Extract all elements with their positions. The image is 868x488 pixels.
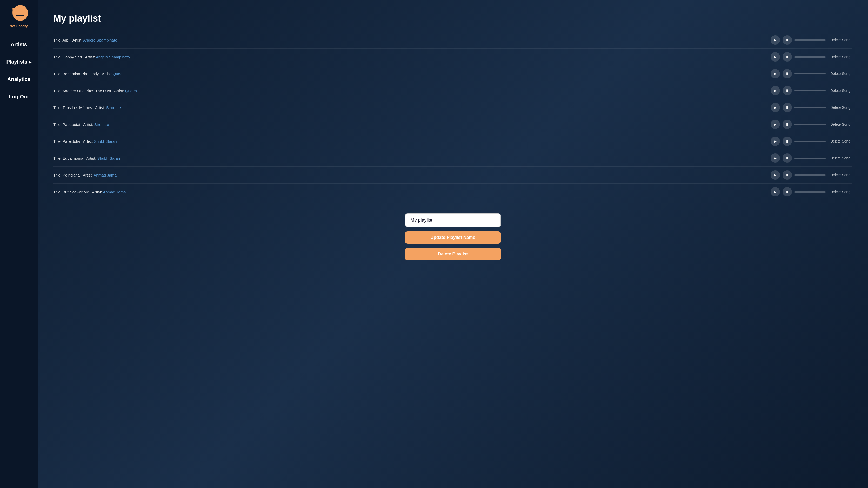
pause-button[interactable] [782,120,792,129]
song-artist-link[interactable]: Queen [125,89,137,93]
logo-circle [12,5,28,21]
song-row: Title: Pareidolia Artist: Shubh Saran De… [53,133,852,150]
sidebar-label-analytics: Analytics [7,76,30,82]
play-button[interactable] [771,136,780,146]
song-info: Title: Papaoutai Artist: Stromae [53,122,109,127]
logo-text: Not Spotify [10,24,28,28]
song-artist-link[interactable]: Stromae [106,105,121,110]
song-artist-link[interactable]: Ahmad Jamal [103,190,127,194]
song-row: Title: Bohemian Rhapsody Artist: Queen D… [53,65,852,82]
song-artist-link[interactable]: Angelo Spampinato [83,38,117,42]
song-row: Title: Happy Sad Artist: Angelo Spampina… [53,48,852,65]
delete-song-button[interactable]: Delete Song [828,189,852,195]
song-controls: Delete Song [771,187,852,196]
play-button[interactable] [771,154,780,163]
song-artist-link[interactable]: Angelo Spampinato [96,55,130,59]
pause-icon [785,122,789,126]
play-button[interactable] [771,52,780,62]
play-icon [774,173,777,177]
progress-bar [795,56,826,58]
sidebar-item-playlists[interactable]: Playlists ▶ [4,53,34,71]
song-artist-link[interactable]: Ahmad Jamal [93,173,117,177]
play-icon [774,55,777,59]
song-artist-link[interactable]: Queen [113,72,125,76]
song-info: Title: Poinciana Artist: Ahmad Jamal [53,173,117,177]
delete-song-button[interactable]: Delete Song [828,71,852,77]
progress-bar [795,158,826,159]
song-info: Title: Happy Sad Artist: Angelo Spampina… [53,55,130,59]
song-controls: Delete Song [771,154,852,163]
delete-song-button[interactable]: Delete Song [828,121,852,127]
song-info: Title: Another One Bites The Dust Artist… [53,89,137,93]
play-button[interactable] [771,103,780,112]
sidebar-item-artists[interactable]: Artists [4,36,34,53]
song-row: Title: Poinciana Artist: Ahmad Jamal Del… [53,167,852,184]
song-info: Title: Pareidolia Artist: Shubh Saran [53,139,117,143]
sidebar-label-artists: Artists [11,41,27,47]
play-button[interactable] [771,35,780,45]
pause-icon [785,139,789,143]
song-row: Title: Arpi Artist: Angelo Spampinato De… [53,32,852,48]
page-title: My playlist [53,13,852,24]
progress-bar [795,174,826,176]
play-button[interactable] [771,120,780,129]
update-playlist-button[interactable]: Update Playlist Name [405,231,501,244]
play-icon [774,38,777,42]
playlists-arrow-icon: ▶ [29,60,31,64]
pause-icon [785,55,789,59]
song-artist-link[interactable]: Shubh Saran [94,139,117,143]
sidebar-nav: Artists Playlists ▶ Analytics Log Out [4,36,34,105]
pause-button[interactable] [782,69,792,78]
delete-song-button[interactable]: Delete Song [828,155,852,161]
delete-song-button[interactable]: Delete Song [828,54,852,60]
song-info: Title: But Not For Me Artist: Ahmad Jama… [53,190,127,194]
song-row: Title: Papaoutai Artist: Stromae Delete … [53,116,852,133]
song-row: Title: But Not For Me Artist: Ahmad Jama… [53,184,852,200]
song-row: Title: Tous Les Mêmes Artist: Stromae De… [53,99,852,116]
logo-line-3 [16,15,24,15]
pause-icon [785,89,789,93]
song-controls: Delete Song [771,52,852,62]
pause-button[interactable] [782,170,792,180]
logo-icon: ! [10,5,28,23]
song-controls: Delete Song [771,35,852,45]
pause-icon [785,105,789,109]
play-icon [774,139,777,143]
delete-playlist-button[interactable]: Delete Playlist [405,248,501,260]
play-button[interactable] [771,170,780,180]
delete-song-button[interactable]: Delete Song [828,88,852,94]
sidebar-item-logout[interactable]: Log Out [4,88,34,105]
sidebar-label-playlists: Playlists [6,59,27,65]
sidebar-label-logout: Log Out [9,94,29,100]
song-artist-link[interactable]: Stromae [94,122,109,127]
pause-button[interactable] [782,86,792,95]
play-icon [774,190,777,194]
logo-line-2 [17,13,23,13]
song-row: Title: Another One Bites The Dust Artist… [53,82,852,99]
delete-song-button[interactable]: Delete Song [828,37,852,43]
song-row: Title: Eudaimonia Artist: Shubh Saran De… [53,150,852,167]
logo: ! Not Spotify [10,5,28,28]
delete-song-button[interactable]: Delete Song [828,172,852,178]
sidebar-item-analytics[interactable]: Analytics [4,71,34,88]
play-button[interactable] [771,187,780,196]
pause-button[interactable] [782,52,792,62]
play-button[interactable] [771,69,780,78]
song-controls: Delete Song [771,86,852,95]
pause-button[interactable] [782,136,792,146]
delete-song-button[interactable]: Delete Song [828,138,852,144]
play-button[interactable] [771,86,780,95]
pause-button[interactable] [782,154,792,163]
logo-lines [13,8,27,18]
pause-button[interactable] [782,103,792,112]
song-artist-link[interactable]: Shubh Saran [97,156,120,160]
pause-icon [785,173,789,177]
delete-song-button[interactable]: Delete Song [828,104,852,110]
pause-button[interactable] [782,187,792,196]
logo-line-1 [16,11,24,11]
progress-bar [795,124,826,125]
pause-button[interactable] [782,35,792,45]
playlist-name-input[interactable] [405,214,501,227]
song-controls: Delete Song [771,103,852,112]
progress-bar [795,39,826,41]
